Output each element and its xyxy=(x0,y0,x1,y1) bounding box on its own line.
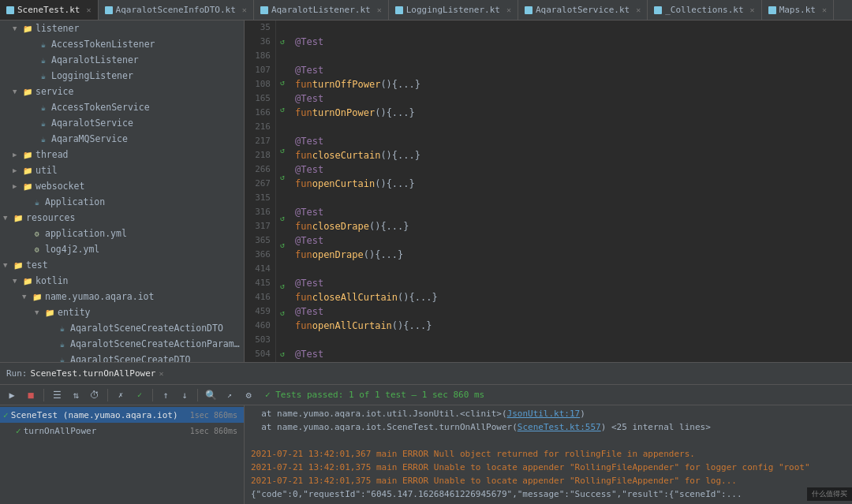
sidebar-item-aqaralotservice[interactable]: ☕ AqaralotService xyxy=(0,115,244,131)
code-line: @Test xyxy=(295,233,852,248)
sidebar-item-aqaralotlistener[interactable]: ☕ AqaralotListener xyxy=(0,52,244,68)
tab-logginglistener-close[interactable]: ✕ xyxy=(506,6,511,14)
sidebar-item-createactionparams[interactable]: ☕ AqaralotSceneCreateActionParamsDTO xyxy=(0,336,244,352)
kt-file-icon: ☕ xyxy=(38,71,49,80)
tab-maps-label: Maps.kt xyxy=(779,5,816,15)
sidebar-item-createdto[interactable]: ☕ AqaralotSceneCreateDTO xyxy=(0,352,244,362)
tab-collections-close[interactable]: ✕ xyxy=(750,6,755,14)
tab-logginglistener[interactable]: LoggingListener.kt ✕ xyxy=(389,0,518,20)
scroll-up-button[interactable]: ↑ xyxy=(157,386,174,404)
search-button[interactable]: 🔍 xyxy=(202,386,219,404)
sidebar-item-label: AqaralotService xyxy=(51,118,133,129)
sidebar-item-test[interactable]: ▼ 📁 test xyxy=(0,257,244,273)
sidebar-item-kotlin[interactable]: ▼ 📁 kotlin xyxy=(0,273,244,289)
sidebar-item-applicationyml[interactable]: ⚙ application.yml xyxy=(0,226,244,241)
run-tab-prefix: Run: xyxy=(6,368,28,379)
sidebar-item-thread[interactable]: ▶ 📁 thread xyxy=(0,147,244,162)
code-line: fun openAllCurtain() {...} xyxy=(295,319,852,333)
tab-sceneinfodto[interactable]: AqaralotSceneInfoDTO.kt ✕ xyxy=(99,0,254,20)
gutter-run-icon[interactable]: ↺ xyxy=(276,211,289,224)
gutter-run-icon[interactable]: ↺ xyxy=(276,347,289,360)
tab-scentest-label: SceneTest.kt xyxy=(17,5,80,15)
sidebar-item-application[interactable]: ☕ Application xyxy=(0,194,244,210)
log-output: at name.yumao.aqara.iot.util.JsonUtil.<c… xyxy=(245,405,852,504)
log-link[interactable]: SceneTest.kt:557 xyxy=(518,422,601,432)
log-error-line: 2021-07-21 13:42:01,367 main ERROR Null … xyxy=(251,447,846,461)
sort-duration-button[interactable]: ⏱ xyxy=(86,386,103,404)
log-line: {"code":0,"requestId":"6045.147.16268461… xyxy=(251,487,846,501)
sidebar-item-resources[interactable]: ▼ 📁 resources xyxy=(0,210,244,226)
sidebar-item-label: AqaralotSceneCreateActionDTO xyxy=(70,323,223,334)
stop-button[interactable]: ■ xyxy=(22,386,39,404)
tab-scentest-close[interactable]: ✕ xyxy=(86,6,91,14)
kt-icon-2 xyxy=(105,6,113,14)
tree-view-button[interactable]: ☰ xyxy=(48,386,65,404)
sidebar-item-listener[interactable]: ▼ 📁 listener xyxy=(0,21,244,36)
log-line-blank xyxy=(251,434,846,447)
code-line xyxy=(295,262,852,276)
watermark: 什么值得买 xyxy=(807,487,852,501)
tab-scentest[interactable]: SceneTest.kt ✕ xyxy=(0,0,99,20)
kt-file-icon: ☕ xyxy=(38,103,49,112)
code-line: @Test xyxy=(295,35,852,49)
gutter-run-icon[interactable]: ↺ xyxy=(276,35,289,47)
sort-alpha-button[interactable]: ⇅ xyxy=(67,386,84,404)
kt-icon-7 xyxy=(768,6,776,14)
gutter-run-icon[interactable]: ↺ xyxy=(276,76,289,88)
sidebar-item-log4j2[interactable]: ⚙ log4j2.yml xyxy=(0,241,244,257)
gutter-run-icon[interactable]: ↺ xyxy=(276,103,289,115)
folder-icon: 📁 xyxy=(13,213,24,222)
tab-listener-close[interactable]: ✕ xyxy=(377,6,382,14)
sidebar-item-logginglistener[interactable]: ☕ LoggingListener xyxy=(0,68,244,84)
kt-file-icon: ☕ xyxy=(38,55,49,65)
sidebar-item-createaction[interactable]: ☕ AqaralotSceneCreateActionDTO xyxy=(0,320,244,336)
sidebar-item-util[interactable]: ▶ 📁 util xyxy=(0,162,244,178)
gutter-run-icon[interactable]: ↺ xyxy=(276,170,289,183)
sidebar-item-aqaramqservice[interactable]: ☕ AqaraMQService xyxy=(0,131,244,147)
gutter-run-icon[interactable]: ↺ xyxy=(276,144,289,156)
code-line xyxy=(295,191,852,205)
sidebar-item-label: Application xyxy=(45,196,105,207)
folder-icon: 📁 xyxy=(22,276,33,286)
tab-maps[interactable]: Maps.kt ✕ xyxy=(762,0,834,20)
arrow-icon: ▼ xyxy=(13,88,22,95)
tabs-bar: SceneTest.kt ✕ AqaralotSceneInfoDTO.kt ✕… xyxy=(0,0,852,21)
filter-failed-button[interactable]: ✗ xyxy=(112,386,129,404)
test-item-scenetest[interactable]: ✓ SceneTest (name.yumao.aqara.iot) 1sec … xyxy=(0,407,244,423)
gutter-run-icon[interactable]: ↺ xyxy=(276,306,289,319)
sidebar-item-accesstokenlistener[interactable]: ☕ AccessTokenListener xyxy=(0,36,244,52)
tab-sceneinfodto-close[interactable]: ✕ xyxy=(242,6,247,14)
gutter-run-icon[interactable]: ↺ xyxy=(276,238,289,251)
tab-collections[interactable]: _Collections.kt ✕ xyxy=(648,0,761,20)
run-tab-name[interactable]: SceneTest.turnOnAllPower xyxy=(31,368,156,379)
gutter-run-icon[interactable]: ↺ xyxy=(276,279,289,292)
log-link[interactable]: JsonUtil.kt:17 xyxy=(507,409,581,419)
sidebar-item-name-yumao[interactable]: ▼ 📁 name.yumao.aqara.iot xyxy=(0,289,244,304)
test-pass-icon: ✓ xyxy=(3,410,9,420)
tab-maps-close[interactable]: ✕ xyxy=(822,6,827,14)
tab-aqaralotservice[interactable]: AqaralotService.kt ✕ xyxy=(518,0,648,20)
code-line: @Test xyxy=(295,134,852,148)
sidebar-item-websocket[interactable]: ▶ 📁 websocket xyxy=(0,178,244,194)
tab-sceneinfodto-label: AqaralotSceneInfoDTO.kt xyxy=(116,5,236,15)
project-sidebar: ▼ 📁 listener ☕ AccessTokenListener ☕ Aqa… xyxy=(0,21,245,362)
tab-listener[interactable]: AqaralotListener.kt ✕ xyxy=(254,0,389,20)
scroll-down-button[interactable]: ↓ xyxy=(176,386,193,404)
sidebar-item-accesstokenservice[interactable]: ☕ AccessTokenService xyxy=(0,99,244,115)
rerun-button[interactable]: ▶ xyxy=(3,386,21,404)
test-item-label: SceneTest (name.yumao.aqara.iot) xyxy=(11,410,178,420)
tab-aqaralotservice-close[interactable]: ✕ xyxy=(636,6,641,14)
test-item-turnonallpower[interactable]: ✓ turnOnAllPower 1sec 860ms xyxy=(0,423,244,439)
log-line: at name.yumao.aqara.iot.SceneTest.turnOn… xyxy=(251,420,846,434)
sidebar-item-entity[interactable]: ▼ 📁 entity xyxy=(0,304,244,320)
run-tab-close[interactable]: ✕ xyxy=(159,369,163,378)
settings-button[interactable]: ⚙ xyxy=(240,386,257,404)
filter-passed-button[interactable]: ✓ xyxy=(131,386,148,404)
code-editor: 35 36 186 107 108 165 166 216 217 218 26… xyxy=(245,21,852,362)
test-pass-icon: ✓ xyxy=(16,426,21,436)
code-content: @Test @Test fun turnOffPower() {...} @Te… xyxy=(289,21,852,362)
kt-file-icon: ☕ xyxy=(57,323,68,333)
export-button[interactable]: ↗ xyxy=(221,386,238,404)
toolbar-separator-4 xyxy=(197,389,198,401)
sidebar-item-service[interactable]: ▼ 📁 service xyxy=(0,84,244,99)
